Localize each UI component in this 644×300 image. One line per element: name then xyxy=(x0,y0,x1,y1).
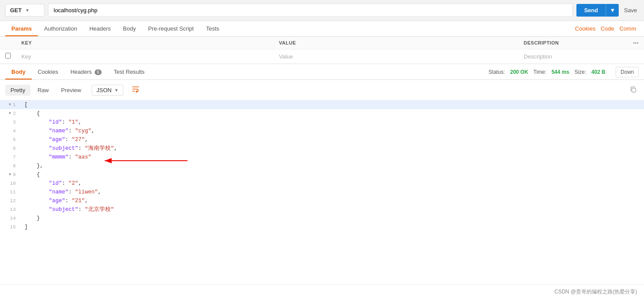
code-content-10: "id": "2", xyxy=(21,179,644,188)
code-line-2: ▼2{ xyxy=(0,109,644,118)
code-line-7: 7"mmmm": "aas" xyxy=(0,153,644,162)
row-key[interactable]: Key xyxy=(16,49,274,64)
line-number-10: 10 xyxy=(0,179,21,188)
row-checkbox[interactable] xyxy=(5,53,11,59)
fold-arrow-1[interactable]: ▼ xyxy=(9,100,11,109)
code-line-5: 5"age": "27", xyxy=(0,135,644,144)
row-desc[interactable]: Description xyxy=(518,49,622,64)
tab-prerequest[interactable]: Pre-request Script xyxy=(142,21,200,36)
code-line-1: ▼1[ xyxy=(0,100,644,109)
status-label: Status: xyxy=(489,69,505,75)
code-content-13: "subject": "北京学校" xyxy=(21,205,644,214)
tab-tests[interactable]: Tests xyxy=(200,21,225,36)
code-content-3: "id": "1", xyxy=(21,118,644,127)
resp-tab-cookies[interactable]: Cookies xyxy=(32,64,65,79)
format-label: JSON xyxy=(96,87,112,93)
line-number-9: ▼9 xyxy=(0,170,21,179)
url-input[interactable] xyxy=(48,3,573,17)
line-number-3: 3 xyxy=(0,118,21,127)
format-select[interactable]: JSON ▼ xyxy=(92,85,123,96)
preview-button[interactable]: Preview xyxy=(56,85,86,96)
more-options-icon[interactable]: ••• xyxy=(633,40,639,45)
send-label: Send xyxy=(576,4,606,17)
copy-button[interactable] xyxy=(627,84,639,97)
method-chevron-icon: ▼ xyxy=(25,8,30,13)
watermark: CSDN @贵哥的编程之路(热爱分享) xyxy=(0,284,644,299)
code-link[interactable]: Code xyxy=(598,21,617,36)
copy-icon xyxy=(630,86,637,93)
line-number-12: 12 xyxy=(0,197,21,205)
col-action-header: ••• xyxy=(622,37,644,49)
col-value-header: VALUE xyxy=(274,37,518,49)
code-content-6: "subject": "海南学校", xyxy=(21,144,644,153)
code-content-5: "age": "27", xyxy=(21,135,644,144)
response-status: Status: 200 OK Time: 544 ms Size: 402 B … xyxy=(489,67,639,77)
url-bar: GET ▼ Send ▼ Save xyxy=(0,0,644,21)
code-line-10: 10"id": "2", xyxy=(0,179,644,188)
col-desc-header: DESCRIPTION xyxy=(518,37,622,49)
view-toolbar: Pretty Raw Preview JSON ▼ xyxy=(0,80,644,100)
row-check xyxy=(0,49,16,64)
row-action xyxy=(622,49,644,64)
line-number-11: 11 xyxy=(0,188,21,197)
format-chevron-icon: ▼ xyxy=(114,88,119,93)
size-label: Size: xyxy=(575,69,586,75)
code-line-4: 4"name": "cyg", xyxy=(0,127,644,135)
params-table: KEY VALUE DESCRIPTION ••• Key Value Desc… xyxy=(0,37,644,64)
line-number-15: 15 xyxy=(0,223,21,231)
response-bar: Body Cookies Headers 6 Test Results Stat… xyxy=(0,64,644,80)
code-line-9: ▼9{ xyxy=(0,170,644,179)
code-line-12: 12"age": "21", xyxy=(0,197,644,205)
send-button[interactable]: Send ▼ xyxy=(576,4,619,17)
line-number-7: 7 xyxy=(0,153,21,162)
tab-body[interactable]: Body xyxy=(117,21,142,36)
line-number-2: ▼2 xyxy=(0,109,21,118)
code-line-6: 6"subject": "海南学校", xyxy=(0,144,644,153)
code-content-11: "name": "liwen", xyxy=(21,188,644,197)
raw-button[interactable]: Raw xyxy=(32,85,54,96)
code-line-13: 13"subject": "北京学校" xyxy=(0,205,644,214)
method-label: GET xyxy=(10,7,22,14)
cookies-link[interactable]: Cookies xyxy=(572,21,598,36)
code-lines: ▼1[▼2{3"id": "1",4"name": "cyg",5"age": … xyxy=(0,100,644,231)
comm-link[interactable]: Comm xyxy=(617,21,639,36)
line-number-8: 8 xyxy=(0,162,21,170)
code-content-7: "mmmm": "aas" xyxy=(21,153,644,162)
tab-authorization[interactable]: Authorization xyxy=(38,21,83,36)
line-number-14: 14 xyxy=(0,214,21,223)
row-value[interactable]: Value xyxy=(274,49,518,64)
download-button[interactable]: Down xyxy=(616,67,639,77)
code-content-2: { xyxy=(21,109,644,118)
line-number-1: ▼1 xyxy=(0,100,21,109)
code-line-3: 3"id": "1", xyxy=(0,118,644,127)
wrap-button[interactable] xyxy=(129,83,144,97)
pretty-button[interactable]: Pretty xyxy=(5,85,31,96)
resp-tab-headers[interactable]: Headers 6 xyxy=(64,64,107,79)
code-content-14: } xyxy=(21,214,644,223)
send-dropdown-icon[interactable]: ▼ xyxy=(606,4,619,17)
code-panel: ▼1[▼2{3"id": "1",4"name": "cyg",5"age": … xyxy=(0,100,644,284)
code-content-9: { xyxy=(21,170,644,179)
method-select[interactable]: GET ▼ xyxy=(5,4,44,17)
line-number-6: 6 xyxy=(0,144,21,153)
resp-tab-testresults[interactable]: Test Results xyxy=(108,64,151,79)
code-content-12: "age": "21", xyxy=(21,197,644,205)
code-content-4: "name": "cyg", xyxy=(21,127,644,135)
params-section: KEY VALUE DESCRIPTION ••• Key Value Desc… xyxy=(0,37,644,64)
request-tabs: Params Authorization Headers Body Pre-re… xyxy=(0,21,644,37)
fold-arrow-9[interactable]: ▼ xyxy=(9,170,11,179)
code-content-15: ] xyxy=(21,223,644,231)
fold-arrow-2[interactable]: ▼ xyxy=(9,109,11,118)
code-content-8: }, xyxy=(21,162,644,170)
save-button[interactable]: Save xyxy=(622,4,639,17)
status-code: 200 OK xyxy=(510,69,528,75)
line-number-5: 5 xyxy=(0,135,21,144)
code-line-15: 15] xyxy=(0,223,644,231)
tab-params[interactable]: Params xyxy=(5,21,38,36)
time-value: 544 ms xyxy=(552,69,569,75)
headers-badge: 6 xyxy=(95,69,102,75)
code-line-11: 11"name": "liwen", xyxy=(0,188,644,197)
resp-tab-body[interactable]: Body xyxy=(5,64,32,79)
tab-headers[interactable]: Headers xyxy=(83,21,117,36)
col-key-header: KEY xyxy=(16,37,274,49)
